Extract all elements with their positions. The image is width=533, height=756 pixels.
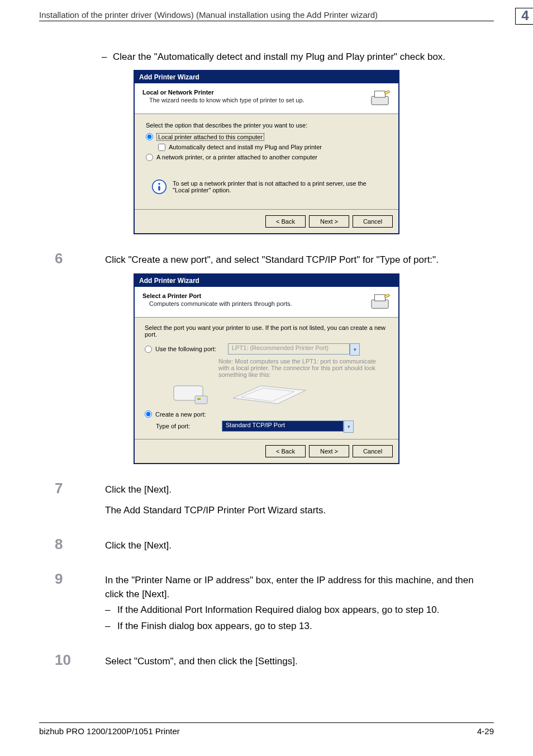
- auto-detect-label: Automatically detect and install my Plug…: [169, 144, 322, 150]
- dialog1-subheading: The wizard needs to know which type of p…: [142, 97, 304, 103]
- dialog1-lead: Select the option that describes the pri…: [146, 122, 387, 129]
- svg-rect-6: [375, 295, 386, 301]
- dialog1-heading: Local or Network Printer: [142, 89, 214, 96]
- type-of-port-label: Type of port:: [156, 423, 218, 429]
- add-printer-wizard-dialog-2: Add Printer Wizard Select a Printer Port…: [134, 273, 399, 464]
- svg-point-3: [158, 183, 160, 185]
- chapter-number: 4: [515, 8, 533, 25]
- port-connector-illustration: [170, 381, 388, 406]
- create-new-port-label: Create a new port:: [155, 411, 206, 418]
- step-number-6: 6: [39, 250, 105, 267]
- add-printer-wizard-dialog-1: Add Printer Wizard Local or Network Prin…: [134, 70, 399, 234]
- local-printer-label: Local printer attached to this computer: [156, 133, 264, 141]
- create-new-port-radio[interactable]: [145, 410, 152, 418]
- step6-text: Click "Create a new port", and select "S…: [105, 253, 494, 267]
- step7-line1: Click the [Next].: [105, 483, 494, 497]
- step9-sub1: –If the Additional Port Information Requ…: [105, 603, 494, 617]
- svg-rect-1: [375, 91, 386, 97]
- use-port-combo[interactable]: LPT1: (Recommended Printer Port) ▾: [228, 343, 360, 355]
- dialog1-info-text: To set up a network printer that is not …: [173, 180, 382, 193]
- network-printer-label: A network printer, or a printer attached…: [156, 154, 317, 160]
- dialog2-back-button[interactable]: < Back: [265, 445, 306, 457]
- dialog2-next-button[interactable]: Next >: [309, 445, 349, 457]
- footer-page-number: 4-29: [477, 726, 494, 736]
- breadcrumb: Installation of the printer driver (Wind…: [39, 10, 378, 20]
- chevron-down-icon: ▾: [350, 343, 360, 356]
- auto-detect-checkbox[interactable]: [158, 144, 165, 151]
- step8-text: Click the [Next].: [105, 539, 494, 553]
- dialog2-lead: Select the port you want your printer to…: [145, 324, 388, 338]
- local-printer-radio[interactable]: [146, 133, 153, 140]
- dialog1-back-button[interactable]: < Back: [265, 215, 306, 228]
- dialog1-titlebar: Add Printer Wizard: [135, 71, 398, 83]
- chapter-tab: 4: [515, 8, 516, 25]
- step-number-7: 7: [39, 480, 105, 497]
- dialog2-heading: Select a Printer Port: [142, 292, 201, 299]
- svg-rect-9: [197, 398, 201, 400]
- chevron-down-icon: ▾: [344, 420, 354, 433]
- use-port-value: LPT1: (Recommended Printer Port): [228, 343, 350, 355]
- bullet-clear-checkbox: –Clear the "Automatically detect and ins…: [39, 50, 494, 64]
- footer-product: bizhub PRO 1200/1200P/1051 Printer: [39, 726, 180, 736]
- step9-text: In the "Printer Name or IP address" box,…: [105, 574, 494, 601]
- type-of-port-value: Standard TCP/IP Port: [222, 420, 344, 432]
- step-number-8: 8: [39, 536, 105, 553]
- printer-wizard-icon: [369, 89, 391, 108]
- info-icon: [151, 179, 167, 195]
- dialog2-titlebar: Add Printer Wizard: [135, 275, 398, 287]
- network-printer-radio[interactable]: [146, 154, 153, 161]
- step7-line2: The Add Standard TCP/IP Printer Port Wiz…: [105, 504, 494, 518]
- dialog2-note: Note: Most computers use the LPT1: port …: [218, 358, 388, 378]
- step9-sub2: –If the Finish dialog box appears, go to…: [105, 620, 494, 634]
- step-number-10: 10: [39, 651, 105, 669]
- step-number-9: 9: [39, 570, 105, 588]
- use-following-port-label: Use the following port:: [155, 346, 225, 352]
- step10-text: Select "Custom", and then click the [Set…: [105, 655, 494, 669]
- dialog1-cancel-button[interactable]: Cancel: [353, 215, 393, 228]
- dialog2-cancel-button[interactable]: Cancel: [353, 445, 393, 457]
- svg-rect-4: [158, 186, 160, 191]
- svg-rect-8: [195, 396, 207, 404]
- type-of-port-combo[interactable]: Standard TCP/IP Port ▾: [222, 420, 354, 432]
- dialog2-subheading: Computers communicate with printers thro…: [142, 300, 292, 307]
- printer-wizard-icon: [369, 292, 391, 311]
- dialog1-next-button[interactable]: Next >: [309, 215, 349, 228]
- use-following-port-radio[interactable]: [145, 346, 152, 353]
